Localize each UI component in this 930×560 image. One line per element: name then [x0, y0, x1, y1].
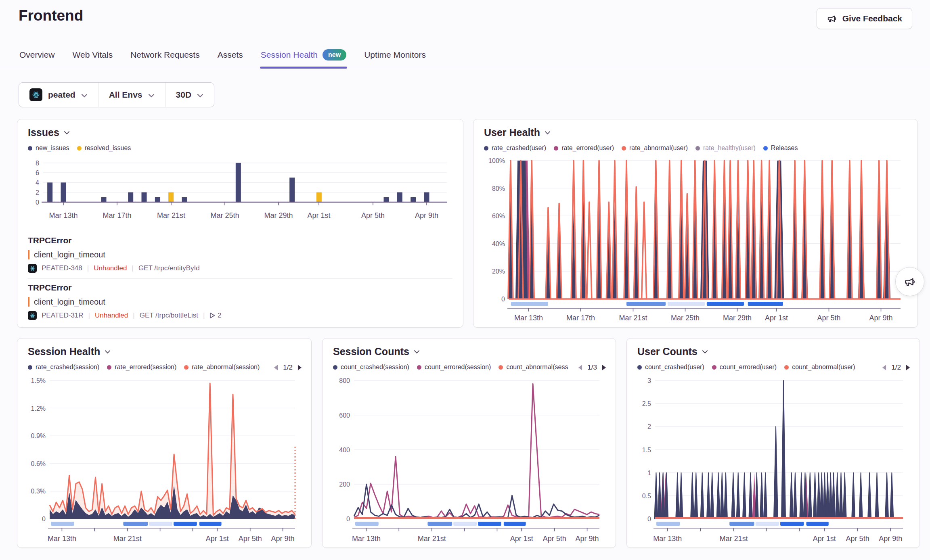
page-indicator: 1/2	[283, 364, 293, 372]
user-counts-panel-title[interactable]: User Counts	[637, 346, 708, 357]
prev-page-icon[interactable]	[882, 364, 887, 371]
legend-dot-icon	[622, 146, 626, 150]
issues-chart[interactable]: 02468Mar 13thMar 17thMar 21stMar 25thMar…	[26, 152, 452, 232]
issue-culprit-text: client_login_timeout	[34, 250, 105, 259]
legend-item[interactable]: rate_healthy(user)	[695, 144, 756, 152]
panel-title-text: User Health	[484, 127, 540, 138]
prev-page-icon[interactable]	[578, 364, 583, 371]
issue-list: TRPCErrorclient_login_timeoutPEATED-348|…	[28, 232, 452, 326]
prev-page-icon[interactable]	[273, 364, 279, 371]
svg-text:Mar 25th: Mar 25th	[210, 211, 239, 219]
legend-label: resolved_issues	[85, 144, 131, 152]
tab-label: Web Vitals	[73, 50, 113, 60]
legend-item[interactable]: count_crashed(user)	[637, 364, 704, 371]
svg-text:4: 4	[36, 179, 39, 186]
legend-dot-icon	[184, 365, 189, 370]
legend-item[interactable]: rate_crashed(session)	[28, 364, 99, 371]
tab-label: Overview	[19, 50, 55, 60]
svg-text:100%: 100%	[488, 157, 505, 164]
session-health-chart[interactable]: 00.3%0.6%0.9%1.2%1.5%Mar 13thMar 21stApr…	[26, 376, 302, 549]
svg-text:0.9%: 0.9%	[31, 433, 46, 439]
separator: |	[133, 311, 134, 320]
next-page-icon[interactable]	[297, 364, 302, 371]
tab-session-health[interactable]: Session Healthnew	[260, 47, 347, 68]
legend-item[interactable]: count_abnormal(user)	[784, 364, 855, 371]
session-counts-panel: Session Counts count_crashed(session)cou…	[322, 338, 616, 548]
date-range-filter[interactable]: 30D	[165, 83, 214, 107]
legend-label: rate_healthy(user)	[703, 144, 756, 152]
user-health-panel-title[interactable]: User Health	[484, 127, 551, 138]
session-health-panel-title[interactable]: Session Health	[28, 346, 111, 357]
react-project-icon	[28, 264, 37, 273]
svg-text:Mar 13th: Mar 13th	[49, 211, 78, 219]
next-page-icon[interactable]	[601, 364, 607, 371]
tab-assets[interactable]: Assets	[217, 47, 244, 68]
separator: |	[87, 264, 89, 272]
session-counts-panel-title[interactable]: Session Counts	[333, 346, 420, 357]
separator: |	[132, 264, 133, 272]
user-health-chart[interactable]: 020%40%60%80%100%Mar 13thMar 17thMar 21s…	[482, 152, 907, 325]
legend-pagination: 1/2	[882, 364, 911, 372]
svg-text:800: 800	[339, 377, 350, 384]
project-filter[interactable]: peated	[19, 83, 98, 107]
next-page-icon[interactable]	[905, 364, 911, 371]
give-feedback-button[interactable]: Give Feedback	[817, 8, 912, 29]
svg-text:600: 600	[339, 412, 350, 419]
legend-item[interactable]: new_issues	[28, 144, 69, 152]
legend-item[interactable]: count_errored(user)	[712, 364, 777, 371]
legend-item[interactable]: count_abnormal(session)	[499, 364, 568, 371]
tab-overview[interactable]: Overview	[19, 47, 56, 68]
replay-count[interactable]: 2	[209, 311, 221, 320]
svg-text:Apr 5th: Apr 5th	[239, 535, 262, 543]
tab-web-vitals[interactable]: Web Vitals	[72, 47, 114, 68]
issue-row[interactable]: TRPCErrorclient_login_timeoutPEATED-31R|…	[28, 278, 452, 326]
tab-network-requests[interactable]: Network Requests	[130, 47, 201, 68]
session-counts-legend: count_crashed(session)count_errored(sess…	[333, 364, 568, 371]
svg-text:Mar 21st: Mar 21st	[720, 535, 748, 543]
issue-row[interactable]: TRPCErrorclient_login_timeoutPEATED-348|…	[28, 232, 452, 278]
issues-panel-title[interactable]: Issues	[28, 127, 70, 138]
give-feedback-label: Give Feedback	[842, 14, 902, 23]
chevron-down-icon	[148, 90, 155, 100]
tab-uptime-monitors[interactable]: Uptime Monitors	[363, 47, 427, 68]
legend-label: count_errored(session)	[425, 364, 491, 371]
legend-dot-icon	[333, 365, 337, 370]
svg-text:0.3%: 0.3%	[31, 488, 46, 495]
svg-text:Mar 29th: Mar 29th	[264, 211, 293, 219]
svg-text:2: 2	[647, 423, 651, 430]
legend-item[interactable]: count_errored(session)	[417, 364, 491, 371]
tab-label: Session Health	[261, 50, 318, 60]
user-counts-panel: User Counts count_crashed(user)count_err…	[626, 338, 920, 548]
environment-filter[interactable]: All Envs	[98, 83, 165, 107]
legend-item[interactable]: rate_errored(user)	[554, 144, 614, 152]
legend-item[interactable]: count_crashed(session)	[333, 364, 409, 371]
svg-text:60%: 60%	[492, 213, 505, 219]
svg-text:1: 1	[647, 470, 651, 476]
svg-text:Apr 9th: Apr 9th	[879, 535, 902, 543]
issue-short-id: PEATED-31R	[42, 311, 84, 320]
session-counts-chart[interactable]: 0200400600800Mar 13thMar 21stApr 1stApr …	[331, 376, 607, 549]
legend-item[interactable]: rate_errored(session)	[107, 364, 176, 371]
legend-item[interactable]: resolved_issues	[77, 144, 131, 152]
panel-title-text: User Counts	[637, 346, 698, 357]
legend-item[interactable]: rate_crashed(user)	[484, 144, 546, 152]
svg-text:0: 0	[36, 199, 39, 206]
svg-text:Apr 9th: Apr 9th	[576, 535, 599, 543]
session-health-panel: Session Health rate_crashed(session)rate…	[17, 338, 312, 548]
legend-dot-icon	[107, 365, 111, 370]
user-counts-chart[interactable]: 00.511.522.53Mar 13thMar 21stApr 1stApr …	[636, 376, 910, 549]
legend-item[interactable]: rate_abnormal(session)	[184, 364, 260, 371]
legend-dot-icon	[784, 365, 789, 370]
replay-count-value: 2	[218, 311, 221, 320]
legend-pagination: 1/3	[578, 364, 607, 372]
svg-text:Mar 13th: Mar 13th	[352, 535, 381, 543]
svg-text:20%: 20%	[492, 268, 505, 275]
session-health-legend: rate_crashed(session)rate_errored(sessio…	[28, 364, 264, 371]
legend-item[interactable]: Releases	[763, 144, 798, 152]
svg-text:Apr 1st: Apr 1st	[307, 211, 330, 219]
legend-item[interactable]: rate_abnormal(user)	[622, 144, 688, 152]
svg-text:Apr 1st: Apr 1st	[206, 535, 229, 543]
legend-label: count_crashed(user)	[645, 364, 704, 371]
floating-feedback-button[interactable]	[895, 267, 924, 296]
page-indicator: 1/3	[587, 364, 597, 372]
